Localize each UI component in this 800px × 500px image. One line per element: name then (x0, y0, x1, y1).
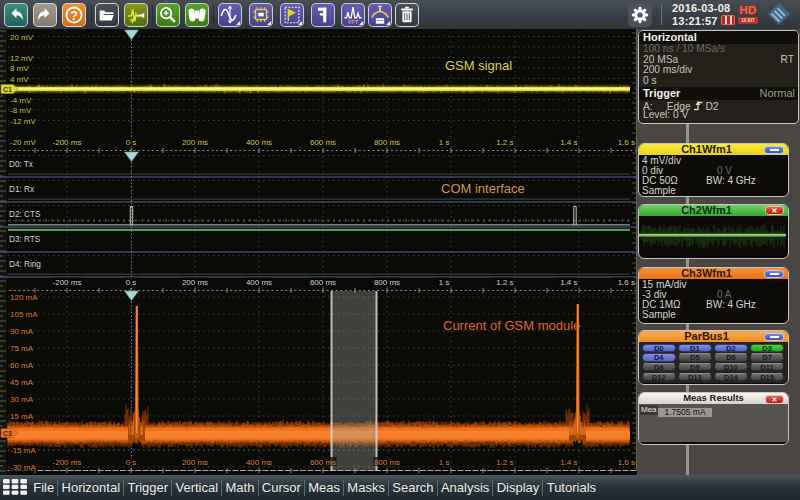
svg-text:1.6 s: 1.6 s (618, 278, 635, 287)
svg-text:?: ? (70, 9, 78, 23)
svg-text:120 mA: 120 mA (10, 293, 38, 302)
svg-text:8 mV: 8 mV (10, 64, 29, 73)
svg-text:-30 mA: -30 mA (10, 463, 36, 472)
svg-text:12 mV: 12 mV (10, 54, 34, 63)
svg-text:D3: RTS: D3: RTS (9, 235, 41, 244)
svg-text:1 s: 1 s (439, 278, 450, 287)
svg-text:1.6 s: 1.6 s (618, 138, 635, 147)
svg-text:D4: Ring: D4: Ring (9, 260, 41, 269)
svg-text:200 ms: 200 ms (182, 458, 208, 467)
svg-text:4 mV: 4 mV (10, 75, 29, 84)
svg-text:C1: C1 (3, 86, 12, 93)
svg-text:0 s: 0 s (126, 278, 137, 287)
svg-text:1.4 s: 1.4 s (560, 458, 577, 467)
svg-text:90 mA: 90 mA (10, 327, 34, 336)
svg-text:600 ms: 600 ms (310, 138, 336, 147)
svg-text:1 s: 1 s (439, 458, 450, 467)
svg-text:C3: C3 (3, 430, 12, 437)
svg-text:-20 mV: -20 mV (10, 138, 36, 147)
svg-text:200 ms: 200 ms (182, 138, 208, 147)
svg-text:400 ms: 400 ms (246, 138, 272, 147)
svg-text:1.4 s: 1.4 s (560, 138, 577, 147)
svg-text:800 ms: 800 ms (374, 138, 400, 147)
svg-text:800 ms: 800 ms (374, 458, 400, 467)
svg-text:1.2 s: 1.2 s (496, 138, 513, 147)
svg-text:400 ms: 400 ms (246, 278, 272, 287)
svg-text:800 ms: 800 ms (374, 278, 400, 287)
svg-text:105 mA: 105 mA (10, 310, 38, 319)
svg-text:1 s: 1 s (439, 138, 450, 147)
svg-text:D2: CTS: D2: CTS (9, 210, 41, 219)
svg-text:-200 ms: -200 ms (53, 278, 82, 287)
svg-text:400 ms: 400 ms (246, 458, 272, 467)
svg-text:75 mA: 75 mA (10, 344, 34, 353)
svg-text:COM interface: COM interface (441, 181, 525, 196)
svg-text:D1: Rx: D1: Rx (9, 185, 34, 194)
svg-text:0 s: 0 s (126, 458, 137, 467)
svg-text:1.2 s: 1.2 s (496, 458, 513, 467)
svg-text:-15 mA: -15 mA (10, 446, 36, 455)
svg-text:-12 mV: -12 mV (10, 117, 36, 126)
svg-text:600 ms: 600 ms (310, 278, 336, 287)
svg-text:45 mA: 45 mA (10, 378, 34, 387)
svg-text:1.6 s: 1.6 s (618, 458, 635, 467)
svg-text:200 ms: 200 ms (182, 278, 208, 287)
svg-text:-4 mV: -4 mV (10, 96, 32, 105)
svg-text:20 mV: 20 mV (10, 33, 34, 42)
svg-text:FFT: FFT (348, 19, 359, 25)
svg-text:60 mA: 60 mA (10, 361, 34, 370)
svg-text:Current of GSM module: Current of GSM module (443, 318, 580, 333)
svg-text:0 s: 0 s (126, 138, 137, 147)
svg-text:30 mA: 30 mA (10, 395, 34, 404)
svg-text:600 ms: 600 ms (310, 458, 336, 467)
svg-text:-8 mV: -8 mV (10, 106, 32, 115)
svg-text:-200 ms: -200 ms (53, 138, 82, 147)
svg-text:-200 ms: -200 ms (53, 458, 82, 467)
svg-text:GSM signal: GSM signal (445, 58, 512, 73)
svg-text:15 mA: 15 mA (10, 412, 34, 421)
svg-text:D0: Tx: D0: Tx (9, 160, 33, 169)
svg-text:1.2 s: 1.2 s (496, 278, 513, 287)
svg-text:1.4 s: 1.4 s (560, 278, 577, 287)
